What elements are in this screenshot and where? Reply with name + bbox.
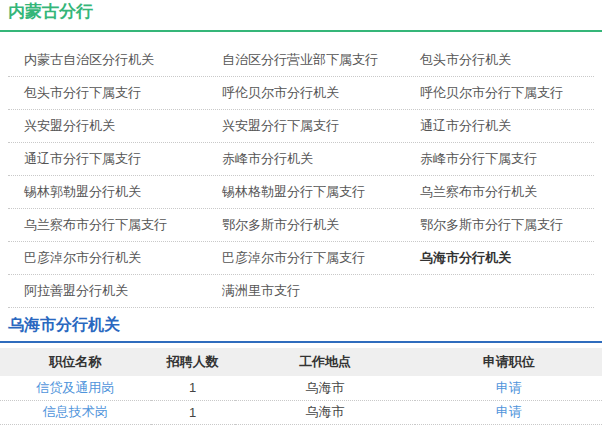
- job-position-cell: 信息技术岗: [0, 400, 151, 424]
- branch-link[interactable]: 通辽市分行机关: [404, 117, 594, 135]
- branch-link[interactable]: 包头市分行下属支行: [8, 84, 206, 102]
- branch-row: 阿拉善盟分行机关满洲里市支行: [8, 275, 594, 308]
- table-row: 信息技术岗1乌海市申请: [0, 400, 602, 424]
- branch-link[interactable]: 兴安盟分行机关: [8, 117, 206, 135]
- apply-cell: 申请: [415, 400, 602, 424]
- jobs-table-column-header: 申请职位: [415, 348, 602, 376]
- branch-link[interactable]: 赤峰市分行机关: [206, 150, 404, 168]
- branch-link[interactable]: 锡林郭勒盟分行机关: [8, 183, 206, 201]
- green-divider: [0, 30, 602, 32]
- branch-link[interactable]: 包头市分行机关: [404, 51, 594, 69]
- branch-link[interactable]: 赤峰市分行下属支行: [404, 150, 594, 168]
- job-location: 乌海市: [235, 400, 416, 424]
- jobs-table-column-header: 职位名称: [0, 348, 151, 376]
- job-count: 1: [151, 376, 235, 400]
- branch-row: 乌兰察布市分行下属支行鄂尔多斯市分行机关鄂尔多斯市分行下属支行: [8, 209, 594, 242]
- branch-link[interactable]: 鄂尔多斯市分行下属支行: [404, 216, 594, 234]
- job-location: 乌海市: [235, 376, 416, 400]
- jobs-table-column-header: 工作地点: [235, 348, 416, 376]
- apply-link[interactable]: 申请: [496, 404, 522, 419]
- apply-link[interactable]: 申请: [496, 380, 522, 395]
- branch-link[interactable]: 呼伦贝尔市分行机关: [206, 84, 404, 102]
- branch-link[interactable]: 鄂尔多斯市分行机关: [206, 216, 404, 234]
- branch-row: 包头市分行下属支行呼伦贝尔市分行机关呼伦贝尔市分行下属支行: [8, 77, 594, 110]
- branch-link[interactable]: 巴彦淖尔市分行下属支行: [206, 249, 404, 267]
- jobs-table-body: 信贷及通用岗1乌海市申请信息技术岗1乌海市申请: [0, 376, 602, 424]
- jobs-table-header-row: 职位名称招聘人数工作地点申请职位: [0, 348, 602, 376]
- branch-row: 兴安盟分行机关兴安盟分行下属支行通辽市分行机关: [8, 110, 594, 143]
- branch-link[interactable]: 阿拉善盟分行机关: [8, 282, 206, 300]
- section-title: 乌海市分行机关: [0, 308, 602, 335]
- branch-link[interactable]: 兴安盟分行下属支行: [206, 117, 404, 135]
- branch-link[interactable]: 乌兰察布市分行下属支行: [8, 216, 206, 234]
- apply-cell: 申请: [415, 376, 602, 400]
- branch-link[interactable]: 满洲里市支行: [206, 282, 404, 300]
- branch-row: 巴彦淖尔市分行机关巴彦淖尔市分行下属支行乌海市分行机关: [8, 242, 594, 275]
- branch-link[interactable]: 呼伦贝尔市分行下属支行: [404, 84, 594, 102]
- jobs-table-column-header: 招聘人数: [151, 348, 235, 376]
- branch-link[interactable]: 巴彦淖尔市分行机关: [8, 249, 206, 267]
- job-count: 1: [151, 400, 235, 424]
- branch-links-grid: 内蒙古自治区分行机关自治区分行营业部下属支行包头市分行机关包头市分行下属支行呼伦…: [0, 44, 602, 308]
- branch-link[interactable]: 自治区分行营业部下属支行: [206, 51, 404, 69]
- jobs-table: 职位名称招聘人数工作地点申请职位 信贷及通用岗1乌海市申请信息技术岗1乌海市申请: [0, 348, 602, 425]
- branch-row: 锡林郭勒盟分行机关锡林格勒盟分行下属支行乌兰察布市分行机关: [8, 176, 594, 209]
- branch-link-selected[interactable]: 乌海市分行机关: [404, 249, 594, 267]
- blue-divider: [0, 341, 602, 343]
- branch-row: 内蒙古自治区分行机关自治区分行营业部下属支行包头市分行机关: [8, 44, 594, 77]
- branch-link[interactable]: 通辽市分行下属支行: [8, 150, 206, 168]
- job-position-link[interactable]: 信息技术岗: [43, 404, 108, 419]
- job-position-cell: 信贷及通用岗: [0, 376, 151, 400]
- table-row: 信贷及通用岗1乌海市申请: [0, 376, 602, 400]
- branch-link[interactable]: 乌兰察布市分行机关: [404, 183, 594, 201]
- job-position-link[interactable]: 信贷及通用岗: [36, 380, 114, 395]
- branch-link[interactable]: 锡林格勒盟分行下属支行: [206, 183, 404, 201]
- branch-row: 通辽市分行下属支行赤峰市分行机关赤峰市分行下属支行: [8, 143, 594, 176]
- branch-link[interactable]: 内蒙古自治区分行机关: [8, 51, 206, 69]
- region-title: 内蒙古分行: [0, 0, 602, 21]
